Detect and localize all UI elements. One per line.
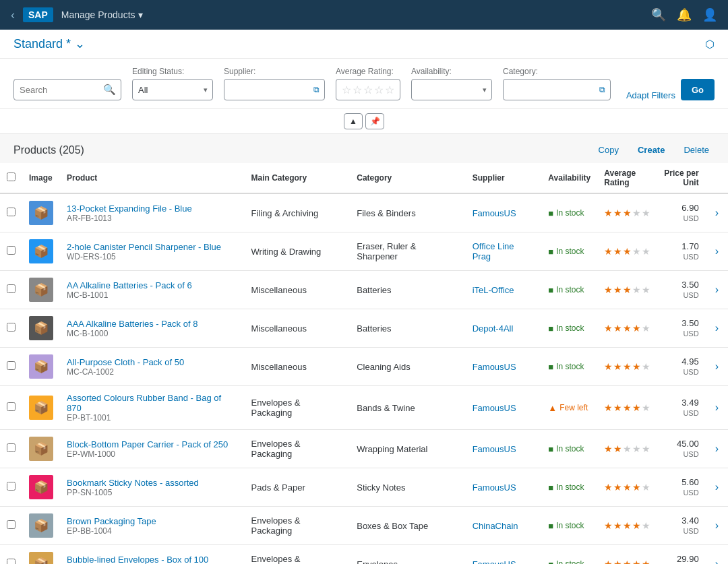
row-nav-arrow[interactable]: › [712,443,721,454]
row-checkbox[interactable] [7,208,16,216]
star-2-icon[interactable]: ☆ [353,84,362,96]
row-nav-arrow[interactable]: › [712,481,721,493]
supplier-cell: iTeL-Office [466,271,542,309]
col-product[interactable]: Product [60,163,245,193]
supplier-link[interactable]: iTeL-Office [473,285,514,295]
product-cell: Bubble-lined Envelopes - Box of 100 EP-E… [60,545,245,565]
product-name-link[interactable]: All-Purpose Cloth - Pack of 50 [67,357,184,367]
select-all-checkbox[interactable] [7,173,16,181]
col-main-category: Main Category [245,163,351,193]
editing-status-field: Editing Status: All Published Draft ▾ [132,67,213,100]
supplier-link[interactable]: Depot-4All [473,323,514,334]
delete-button[interactable]: Delete [678,142,715,158]
supplier-input[interactable] [224,79,325,100]
main-category-cell: Envelopes & Packaging [245,430,351,468]
table-row: 📦 All-Purpose Cloth - Pack of 50 MC-CA-1… [0,348,728,386]
product-name-link[interactable]: Brown Packaging Tape [67,516,156,526]
row-nav-arrow[interactable]: › [712,361,721,372]
row-checkbox[interactable] [7,559,16,564]
supplier-link[interactable]: FamousUS [473,362,516,372]
star-5-icon[interactable]: ☆ [385,84,394,96]
row-checkbox[interactable] [7,402,16,411]
view-title[interactable]: Standard * ⌄ [13,36,85,51]
availability-badge: ■ In stock [548,444,584,454]
product-name-link[interactable]: Block-Bottom Paper Carrier - Pack of 250 [67,439,228,449]
product-name-link[interactable]: 13-Pocket Expanding File - Blue [67,203,192,214]
product-name-link[interactable]: Assorted Colours Rubber Band - Bag of 87… [67,393,221,413]
collapse-up-button[interactable]: ▲ [344,113,363,129]
row-nav-arrow[interactable]: › [712,284,721,295]
supplier-link[interactable]: FamousUS [473,559,516,565]
category-cell: Batteries [350,271,465,309]
availability-text: Few left [559,403,588,412]
product-name-link[interactable]: AAA Alkaline Batteries - Pack of 8 [67,319,198,329]
product-image-cell: 📦 [22,348,60,386]
supplier-link[interactable]: FamousUS [473,403,516,413]
rating-cell: ★★★★★ [597,468,657,507]
product-sku: AR-FB-1013 [67,214,238,223]
star-filled-icon: ★ [613,361,622,372]
row-nav-arrow[interactable]: › [712,207,721,218]
product-image-cell: 📦 [22,545,60,565]
category-cell: Eraser, Ruler & Sharpener [350,232,465,271]
row-checkbox[interactable] [7,323,16,332]
go-button[interactable]: Go [681,79,715,100]
create-button[interactable]: Create [632,142,670,158]
row-nav-arrow[interactable]: › [712,558,721,564]
editing-status-select[interactable]: All Published Draft [132,79,213,100]
row-checkbox[interactable] [7,361,16,370]
row-nav-arrow[interactable]: › [712,520,721,531]
star-filled-icon: ★ [623,520,632,531]
row-nav-arrow[interactable]: › [712,402,721,413]
row-nav-arrow[interactable]: › [712,245,721,257]
user-icon[interactable]: 👤 [702,7,717,22]
supplier-link[interactable]: ChinaChain [473,521,518,531]
category-input[interactable] [503,79,611,100]
header-actions: 🔍 🔔 👤 [651,7,717,22]
back-button[interactable]: ‹ [11,8,15,22]
product-image: 📦 [29,552,53,564]
search-icon[interactable]: 🔍 [103,84,116,96]
adapt-filters-link[interactable]: Adapt Filters [626,90,675,100]
star-filled-icon: ★ [632,559,641,564]
row-nav-arrow[interactable]: › [712,322,721,334]
search-icon[interactable]: 🔍 [651,7,666,22]
bell-icon[interactable]: 🔔 [677,7,692,22]
product-image: 📦 [29,278,53,302]
supplier-link[interactable]: Office Line Prag [473,241,514,261]
supplier-picker-icon[interactable]: ⧉ [313,85,320,94]
availability-select[interactable]: In stock Few left Out of stock [411,79,492,100]
category-cell: Batteries [350,309,465,348]
row-checkbox[interactable] [7,246,16,255]
row-checkbox[interactable] [7,520,16,529]
star-filled-icon: ★ [623,284,632,295]
star-empty-icon: ★ [632,208,641,218]
row-checkbox[interactable] [7,482,16,491]
star-4-icon[interactable]: ☆ [374,84,384,96]
star-1-icon[interactable]: ☆ [342,84,351,96]
row-checkbox[interactable] [7,443,16,452]
view-title-arrow-icon[interactable]: ⌄ [75,36,85,51]
pin-button[interactable]: 📌 [365,113,384,129]
export-icon[interactable]: ⬡ [705,38,715,51]
supplier-link[interactable]: FamousUS [473,482,516,493]
product-name-link[interactable]: 2-hole Canister Pencil Sharpener - Blue [67,242,221,252]
app-title-arrow-icon[interactable]: ▾ [138,9,143,20]
avg-rating-stars[interactable]: ☆ ☆ ☆ ☆ ☆ [336,79,400,100]
product-name-link[interactable]: AA Alkaline Batteries - Pack of 6 [67,280,192,290]
product-cell: 2-hole Canister Pencil Sharpener - Blue … [60,232,245,271]
product-name-link[interactable]: Bookmark Sticky Notes - assorted [67,478,199,488]
star-empty-icon: ★ [642,323,650,334]
category-picker-icon[interactable]: ⧉ [599,85,605,94]
row-nav-cell: › [706,348,728,386]
copy-button[interactable]: Copy [593,142,624,158]
app-title: Manage Products ▾ [61,9,143,20]
row-checkbox[interactable] [7,284,16,293]
col-avg-rating: AverageRating [597,163,657,193]
product-name-link[interactable]: Bubble-lined Envelopes - Box of 100 [67,555,208,565]
availability-badge: ■ In stock [548,247,584,257]
star-3-icon[interactable]: ☆ [363,84,373,96]
product-image-cell: 📦 [22,193,60,232]
supplier-link[interactable]: FamousUS [473,444,516,454]
supplier-link[interactable]: FamousUS [473,208,516,218]
